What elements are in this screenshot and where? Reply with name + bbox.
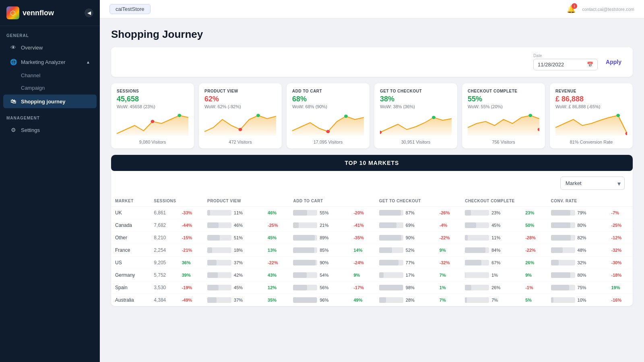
bar-cell: 7% <box>461 294 521 306</box>
sparkline-product-view <box>204 111 276 136</box>
notification-button[interactable]: 🔔 1 <box>567 5 576 14</box>
sidebar-item-overview[interactable]: 👁 Overview <box>3 41 97 54</box>
metric-card-product-view: PRODUCT VIEW 62% WoW: 62% (-92%) 472 Vis… <box>199 83 282 148</box>
change-cell: -12% <box>607 232 633 244</box>
metric-card-sessions: SESSIONS 45,658 WoW: 45658 (23%) 9,080 V… <box>111 83 194 148</box>
bar-cell: 77% <box>375 257 436 269</box>
sidebar-item-channel[interactable]: Channel <box>3 70 97 81</box>
bar-cell: 56% <box>289 282 349 294</box>
metric-value-sessions: 45,658 <box>117 95 188 103</box>
sidebar-item-shopping-journey[interactable]: 🛍 Shopping journey <box>3 95 97 108</box>
bar-cell: 45% <box>203 282 264 294</box>
sidebar-item-settings[interactable]: ⚙ Settings <box>3 123 97 137</box>
date-field-wrapper: Date 11/28/2022 📅 <box>533 53 598 70</box>
change-cell: -32% <box>607 244 633 257</box>
sparkline-add-to-cart <box>292 111 364 136</box>
logo-area: ⬡ vennflow ◀ <box>0 0 100 26</box>
metric-footer-product-view: 472 Visitors <box>204 140 276 144</box>
col-market: MARKET <box>111 195 150 207</box>
sidebar-shopping-label: Shopping journey <box>21 99 66 105</box>
collapse-button[interactable]: ◀ <box>85 8 93 17</box>
top10-header: TOP 10 MARKETS <box>111 155 633 171</box>
market-select-wrapper: MarketUKUSCanadaFranceGermanySpainAustra… <box>560 177 625 190</box>
table-row: UK 6,861 -33% 11% 46% <box>111 207 633 219</box>
bar-cell: 51% <box>203 232 264 244</box>
sessions-val-cell: 5,752 <box>150 269 178 282</box>
metric-wow-sessions: WoW: 45658 (23%) <box>117 104 188 109</box>
chevron-up-icon: ▲ <box>86 60 90 64</box>
bar-cell: 80% <box>547 219 607 232</box>
col-sessions: SESSIONS <box>150 195 203 207</box>
change-cell: 7% <box>436 269 461 282</box>
sessions-chg-cell: -44% <box>178 219 203 232</box>
change-cell: 9% <box>349 269 375 282</box>
col-add-to-cart: ADD TO CART <box>289 195 375 207</box>
table-controls: MarketUKUSCanadaFranceGermanySpainAustra… <box>111 171 633 195</box>
sidebar-item-marketing-analyzer[interactable]: 🌐 Marketing Analyzer ▲ <box>3 55 97 69</box>
sidebar-settings-label: Settings <box>21 127 40 133</box>
change-cell: 50% <box>521 219 547 232</box>
change-cell: 9% <box>521 269 547 282</box>
calendar-icon[interactable]: 📅 <box>587 62 593 68</box>
metric-footer-get-to-checkout: 30,951 Visitors <box>380 140 452 144</box>
globe-icon: 🌐 <box>10 59 17 65</box>
sessions-chg-cell: -49% <box>178 294 203 306</box>
change-cell: -24% <box>349 257 375 269</box>
bar-cell: 54% <box>289 269 349 282</box>
sessions-val-cell: 6,861 <box>150 207 178 219</box>
bar-cell: 90% <box>375 232 436 244</box>
bar-cell: 21% <box>289 219 349 232</box>
market-name-cell: UK <box>111 207 150 219</box>
general-section-label: GENERAL <box>0 26 100 40</box>
sidebar-channel-label: Channel <box>21 72 40 78</box>
metric-title-product-view: PRODUCT VIEW <box>204 89 276 93</box>
change-cell: 23% <box>521 207 547 219</box>
sessions-val-cell: 8,210 <box>150 232 178 244</box>
metric-card-revenue: REVENUE £ 86,888 WoW: £ 86,888 (-65%) 81… <box>550 83 633 148</box>
metric-card-get-to-checkout: GET TO CHECKOUT 38% WoW: 38% (36%) 30,95… <box>374 83 457 148</box>
change-cell: 19% <box>607 282 633 294</box>
topbar: caiTestStore 🔔 1 contact.cai@teststore.c… <box>100 0 644 19</box>
change-cell: 26% <box>521 257 547 269</box>
metric-footer-revenue: 81% Conversion Rate <box>555 140 627 144</box>
change-cell: -17% <box>349 282 375 294</box>
table-row: Other 8,210 -15% 51% 45% <box>111 232 633 244</box>
market-select[interactable]: MarketUKUSCanadaFranceGermanySpainAustra… <box>560 177 625 190</box>
market-name-cell: Canada <box>111 219 150 232</box>
sidebar-campaign-label: Campaign <box>21 85 45 91</box>
bar-cell: 55% <box>289 207 349 219</box>
metric-chart-product-view <box>204 111 276 137</box>
metric-value-revenue: £ 86,888 <box>555 95 627 103</box>
market-name-cell: Germany <box>111 269 150 282</box>
change-cell: -18% <box>607 269 633 282</box>
table-row: Canada 7,682 -44% 46% -25% <box>111 219 633 232</box>
sparkline-sessions <box>117 111 188 136</box>
metric-value-add-to-cart: 68% <box>292 95 364 103</box>
bar-cell: 26% <box>461 282 521 294</box>
table-row: Germany 5,752 39% 42% 43% <box>111 269 633 282</box>
notification-badge: 1 <box>572 3 577 9</box>
change-cell: 43% <box>264 269 289 282</box>
table-row: Australia 4,384 -49% 37% 35% <box>111 294 633 306</box>
store-selector[interactable]: caiTestStore <box>109 4 151 14</box>
date-input[interactable]: 11/28/2022 📅 <box>533 59 598 70</box>
dot-red-sessions <box>151 120 155 123</box>
metric-cards: SESSIONS 45,658 WoW: 45658 (23%) 9,080 V… <box>111 83 633 148</box>
metric-wow-checkout-complete: WoW: 55% (20%) <box>468 104 539 109</box>
sessions-chg-cell: -33% <box>178 207 203 219</box>
table-row: US 9,205 36% 37% -22% <box>111 257 633 269</box>
bar-cell: 85% <box>289 244 349 257</box>
metric-chart-get-to-checkout <box>380 111 452 137</box>
apply-button[interactable]: Apply <box>603 57 625 67</box>
bar-cell: 84% <box>461 244 521 257</box>
market-name-cell: Spain <box>111 282 150 294</box>
dot-green-product-view <box>256 114 260 117</box>
bar-cell: 11% <box>203 207 264 219</box>
sessions-val-cell: 2,254 <box>150 244 178 257</box>
sidebar-item-campaign[interactable]: Campaign <box>3 82 97 94</box>
top10-section: TOP 10 MARKETS MarketUKUSCanadaFranceGer… <box>111 155 633 306</box>
sessions-chg-cell: 39% <box>178 269 203 282</box>
date-filter-card: Date 11/28/2022 📅 Apply <box>111 47 633 77</box>
bar-cell: 32% <box>547 257 607 269</box>
dot-green-checkout-complete <box>528 114 532 117</box>
